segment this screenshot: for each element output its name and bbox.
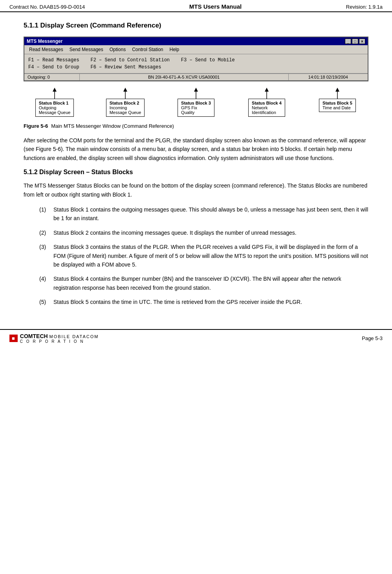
numbered-list: (1)Status Block 1 contains the outgoing … — [39, 205, 368, 307]
label-title-1: Status Block 1 — [39, 101, 71, 105]
page-header: Contract No. DAAB15-99-D-0014 MTS Users … — [0, 0, 392, 12]
arrow-block2 — [121, 88, 130, 99]
status-label-box-4: Status Block 4 Network Identification — [248, 99, 285, 117]
mts-title: MTS Messenger — [27, 39, 62, 44]
mts-menubar: Read Messages Send Messages Options Cont… — [24, 45, 368, 54]
svg-marker-9 — [335, 88, 339, 92]
label-title-3: Status Block 3 — [181, 101, 211, 105]
list-item-1: (1)Status Block 1 contains the outgoing … — [39, 205, 368, 223]
label-line1-2: Incoming — [110, 105, 127, 110]
label-title-5: Status Block 5 — [322, 101, 352, 105]
arrow-block5 — [333, 88, 342, 99]
label-line2-1: Message Queue — [39, 110, 71, 115]
label-line2-3: Quality — [181, 110, 194, 115]
minimize-button[interactable]: _ — [345, 39, 351, 44]
maximize-button[interactable]: □ — [352, 39, 358, 44]
label-line1-4: Network — [252, 105, 267, 110]
subsection-heading: 5.1.2 Display Screen – Status Blocks — [24, 169, 368, 176]
statusbar-text: BN 20I-40-671-A-5 XCVR USA00001 — [148, 75, 220, 79]
logo-box: ■ — [9, 335, 18, 342]
outgoing-status: Outgoing: 0 — [24, 74, 80, 80]
figure-caption-text: Main MTS Messenger Window (Command Refer… — [51, 123, 174, 129]
manual-title: MTS Users Manual — [189, 3, 242, 10]
label-block4: Status Block 4 Network Identification — [236, 88, 298, 117]
list-num-1: (1) — [39, 205, 50, 223]
label-line1-5: Time and Date — [322, 105, 351, 110]
menu-send-messages[interactable]: Send Messages — [66, 46, 106, 53]
label-block1: Status Block 1 Outgoing Message Queue — [24, 88, 86, 117]
label-line2-4: Identification — [252, 110, 276, 115]
logo-text: ■ — [12, 335, 15, 341]
revision: Revision: 1.9.1a — [346, 4, 383, 10]
shortcut-line-2: F4 – Send to Group F6 – Review Sent Mess… — [28, 64, 364, 71]
status-label-box-5: Status Block 5 Time and Date — [319, 99, 356, 112]
arrow-block4 — [262, 88, 271, 99]
list-item-2: (2)Status Block 2 contains the incoming … — [39, 228, 368, 237]
company-info: COMTECH MOBILE DATACOM C O R P O R A T I… — [20, 333, 99, 344]
status-label-box-2: Status Block 2 Incoming Message Queue — [106, 99, 145, 117]
shortcut-line-1: F1 – Read Messages F2 – Send to Control … — [28, 57, 364, 64]
bn-xcvr-display: BN 20I-40-671-A-5 XCVR USA00001 — [80, 74, 289, 80]
label-title-4: Status Block 4 — [252, 101, 282, 105]
section-heading: 5.1.1 Display Screen (Command Reference) — [24, 22, 368, 29]
contract-number: Contract No. DAAB15-99-D-0014 — [9, 4, 85, 10]
svg-marker-5 — [194, 88, 198, 92]
mts-window: MTS Messenger _ □ × Read Messages Send M… — [24, 37, 368, 81]
footer-logo: ■ COMTECH MOBILE DATACOM C O R P O R A T… — [9, 333, 99, 344]
statusbar-time: 14:01:18 02/19/2004 — [308, 75, 348, 79]
list-num-2: (2) — [39, 228, 50, 237]
menu-control-station[interactable]: Control Station — [129, 46, 166, 53]
comtech-label: COMTECH MOBILE DATACOM — [20, 333, 99, 339]
list-text-5: Status Block 5 contains the time in UTC.… — [53, 298, 302, 306]
page-footer: ■ COMTECH MOBILE DATACOM C O R P O R A T… — [0, 329, 392, 347]
list-text-4: Status Block 4 contains the Bumper numbe… — [53, 274, 368, 292]
svg-marker-7 — [265, 88, 269, 92]
outgoing-value: Outgoing: 0 — [27, 75, 50, 79]
mts-titlebar: MTS Messenger _ □ × — [24, 37, 368, 45]
list-text-3: Status Block 3 contains the status of th… — [53, 243, 368, 269]
label-block2: Status Block 2 Incoming Message Queue — [94, 88, 156, 117]
figure-caption: Figure 5-6 Main MTS Messenger Window (Co… — [24, 123, 368, 129]
body-paragraph: After selecting the COM ports for the te… — [24, 136, 368, 162]
corporation-label: C O R P O R A T I O N — [20, 339, 99, 344]
list-text-2: Status Block 2 contains the incoming mes… — [53, 228, 297, 237]
status-label-box-3: Status Block 3 GPS Fix Quality — [178, 99, 214, 117]
page-number: Page 5-3 — [362, 335, 383, 341]
label-block5: Status Block 5 Time and Date — [306, 88, 368, 117]
titlebar-controls: _ □ × — [345, 39, 365, 44]
diagram-area: MTS Messenger _ □ × Read Messages Send M… — [24, 37, 368, 117]
list-item-3: (3)Status Block 3 contains the status of… — [39, 243, 368, 269]
list-num-4: (4) — [39, 274, 50, 292]
svg-marker-1 — [53, 88, 57, 92]
list-text-1: Status Block 1 contains the outgoing mes… — [53, 205, 368, 223]
label-title-2: Status Block 2 — [110, 101, 141, 105]
close-button[interactable]: × — [359, 39, 365, 44]
arrow-block1 — [50, 88, 59, 99]
label-line1-1: Outgoing — [39, 105, 57, 110]
label-block3: Status Block 3 GPS Fix Quality — [165, 88, 227, 117]
menu-help[interactable]: Help — [167, 46, 183, 53]
sub-paragraph: The MTS Messenger Status Blocks can be f… — [24, 181, 368, 199]
page-content: 5.1.1 Display Screen (Command Reference)… — [0, 12, 392, 321]
list-item-5: (5)Status Block 5 contains the time in U… — [39, 298, 368, 306]
list-num-5: (5) — [39, 298, 50, 306]
label-line2-2: Message Queue — [110, 110, 141, 115]
list-item-4: (4)Status Block 4 contains the Bumper nu… — [39, 274, 368, 292]
menu-options[interactable]: Options — [106, 46, 129, 53]
time-display: 14:01:18 02/19/2004 — [289, 74, 368, 80]
figure-number: Figure 5-6 — [24, 123, 48, 129]
menu-read-messages[interactable]: Read Messages — [26, 46, 66, 53]
label-line1-3: GPS Fix — [181, 105, 197, 110]
svg-marker-3 — [123, 88, 127, 92]
list-num-3: (3) — [39, 243, 50, 269]
mts-info-bar: Outgoing: 0 BN 20I-40-671-A-5 XCVR USA00… — [24, 74, 368, 81]
arrow-block3 — [191, 88, 201, 99]
mts-shortcut-area: F1 – Read Messages F2 – Send to Control … — [24, 54, 368, 74]
status-label-box-1: Status Block 1 Outgoing Message Queue — [35, 99, 74, 117]
status-block-labels: Status Block 1 Outgoing Message Queue St… — [24, 88, 368, 117]
